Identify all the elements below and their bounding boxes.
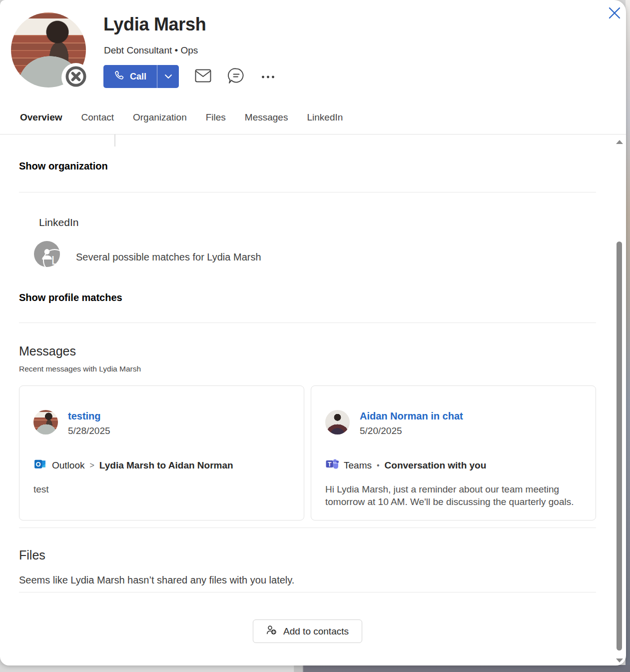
svg-text:O: O (36, 460, 41, 468)
messages-section-title: Messages (19, 344, 596, 358)
dot-separator: • (377, 461, 380, 470)
scroll-down-arrow[interactable] (616, 658, 623, 662)
section-divider (19, 592, 596, 592)
message-preview-text: Hi Lydia Marsh, just a reminder about ou… (325, 483, 582, 508)
call-options-dropdown[interactable] (157, 65, 179, 88)
message-title-link[interactable]: testing (68, 410, 110, 422)
messages-section-subtitle: Recent messages with Lydia Marsh (19, 364, 596, 374)
more-options-button[interactable] (261, 73, 275, 80)
phone-icon (114, 70, 124, 83)
close-button[interactable] (607, 5, 623, 21)
svg-text:T: T (328, 461, 332, 468)
linkedin-match-text: Several possible matches for Lydia Marsh (76, 252, 261, 263)
person-add-icon (266, 625, 277, 638)
tab-overview[interactable]: Overview (20, 112, 62, 132)
profile-tabs: Overview Contact Organization Files Mess… (20, 112, 343, 132)
message-date: 5/28/2025 (68, 426, 110, 436)
org-chart-connector-line (114, 134, 115, 146)
chat-icon (227, 68, 245, 86)
tab-files[interactable]: Files (206, 112, 226, 132)
profile-actions: Call (103, 65, 275, 88)
tab-contact[interactable]: Contact (81, 112, 114, 132)
send-email-button[interactable] (195, 69, 211, 84)
page-title: Lydia Marsh (103, 14, 206, 35)
add-to-contacts-row: Add to contacts (19, 620, 596, 643)
message-card-outlook[interactable]: testing 5/28/2025 O Outlook > (19, 386, 304, 520)
show-organization-link[interactable]: Show organization (19, 160, 108, 172)
files-empty-text: Seems like Lydia Marsh hasn’t shared any… (19, 574, 596, 586)
message-title-link[interactable]: Aidan Norman in chat (360, 410, 463, 422)
message-context: Conversation with you (385, 460, 487, 471)
call-split-button: Call (103, 65, 179, 88)
linkedin-icon: in (19, 216, 32, 229)
recent-messages-list: testing 5/28/2025 O Outlook > (19, 386, 596, 520)
message-context: Lydia Marsh to Aidan Norman (99, 460, 233, 471)
start-chat-button[interactable] (227, 68, 245, 86)
contact-profile-card: Lydia Marsh Debt Consultant • Ops Call (0, 0, 626, 666)
close-icon (608, 14, 621, 21)
ellipsis-icon (261, 73, 275, 80)
mail-icon (195, 69, 211, 84)
linkedin-match-row: L Several possible matches for Lydia Mar… (19, 241, 596, 273)
files-section-title: Files (19, 548, 596, 562)
call-button[interactable]: Call (103, 65, 157, 88)
avatar (325, 410, 350, 434)
person-job-title: Debt Consultant • Ops (104, 45, 198, 56)
section-divider (19, 322, 596, 323)
scroll-up-arrow[interactable] (616, 140, 623, 144)
section-divider (19, 528, 596, 528)
teams-icon: T (325, 458, 339, 474)
add-to-contacts-label: Add to contacts (283, 626, 349, 637)
scrollbar-thumb[interactable] (617, 242, 622, 650)
presence-x-icon (64, 65, 87, 90)
message-source-label: Teams (344, 460, 372, 471)
section-divider (19, 192, 596, 192)
tab-organization[interactable]: Organization (133, 112, 187, 132)
presence-offline-badge (61, 63, 90, 92)
overview-tab-content: Show organization in LinkedIn L Several … (0, 134, 626, 643)
chevron-down-icon (164, 73, 172, 80)
call-button-label: Call (130, 72, 146, 82)
add-to-contacts-button[interactable]: Add to contacts (253, 620, 362, 643)
message-date: 5/20/2025 (360, 426, 463, 436)
show-profile-matches-link[interactable]: Show profile matches (19, 292, 122, 304)
chevron-right-icon: > (89, 461, 94, 470)
background-app-bottom-edge (0, 665, 630, 672)
tab-messages[interactable]: Messages (245, 112, 288, 132)
linkedin-section-header: in LinkedIn (19, 216, 596, 229)
tab-linkedin[interactable]: LinkedIn (307, 112, 343, 132)
background-app-right-edge (626, 0, 630, 672)
linkedin-section-title: LinkedIn (39, 216, 78, 228)
match-initial-badge: L (43, 249, 66, 272)
message-preview-text: test (33, 483, 290, 496)
avatar (33, 410, 58, 434)
message-source-label: Outlook (52, 460, 84, 471)
message-card-teams[interactable]: Aidan Norman in chat 5/20/2025 T (311, 386, 596, 520)
outlook-icon: O (33, 458, 47, 474)
linkedin-match-avatars: L (19, 241, 69, 273)
